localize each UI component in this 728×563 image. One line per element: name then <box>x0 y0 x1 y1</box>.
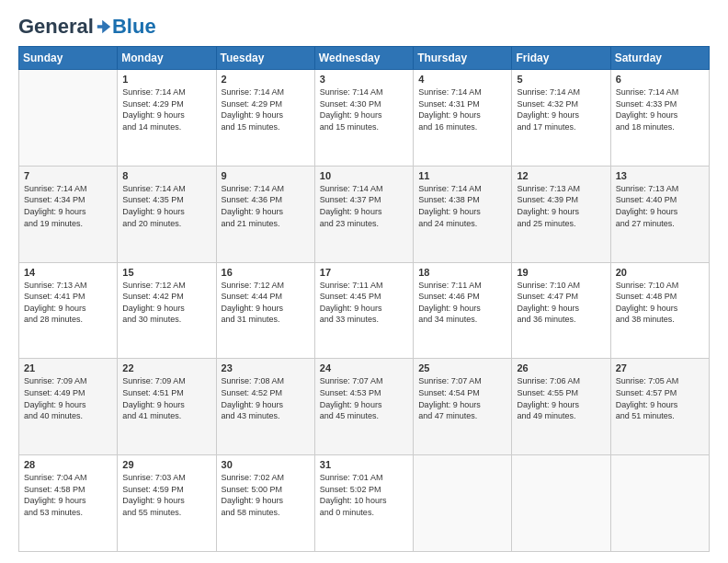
day-info: Sunrise: 7:11 AMSunset: 4:45 PMDaylight:… <box>320 280 408 326</box>
calendar-day-cell <box>512 455 610 552</box>
calendar-table: SundayMondayTuesdayWednesdayThursdayFrid… <box>18 46 710 552</box>
calendar-day-cell: 16Sunrise: 7:12 AMSunset: 4:44 PMDayligh… <box>216 262 314 359</box>
day-info: Sunrise: 7:02 AMSunset: 5:00 PMDaylight:… <box>222 472 310 518</box>
day-info: Sunrise: 7:14 AMSunset: 4:37 PMDaylight:… <box>320 183 408 229</box>
day-info: Sunrise: 7:10 AMSunset: 4:47 PMDaylight:… <box>517 280 605 326</box>
day-info: Sunrise: 7:13 AMSunset: 4:39 PMDaylight:… <box>517 183 605 229</box>
calendar-day-cell: 17Sunrise: 7:11 AMSunset: 4:45 PMDayligh… <box>314 262 413 359</box>
calendar-day-cell: 26Sunrise: 7:06 AMSunset: 4:55 PMDayligh… <box>512 359 610 455</box>
day-info: Sunrise: 7:06 AMSunset: 4:55 PMDaylight:… <box>517 375 605 421</box>
calendar-week-row: 28Sunrise: 7:04 AMSunset: 4:58 PMDayligh… <box>19 455 710 552</box>
calendar-day-cell: 25Sunrise: 7:07 AMSunset: 4:54 PMDayligh… <box>414 359 512 455</box>
day-info: Sunrise: 7:05 AMSunset: 4:57 PMDaylight:… <box>616 375 704 421</box>
logo-general-text: General <box>18 15 94 39</box>
day-number: 21 <box>24 362 112 373</box>
calendar-day-cell: 5Sunrise: 7:14 AMSunset: 4:32 PMDaylight… <box>512 70 610 167</box>
day-info: Sunrise: 7:14 AMSunset: 4:38 PMDaylight:… <box>418 183 506 229</box>
day-info: Sunrise: 7:12 AMSunset: 4:42 PMDaylight:… <box>122 280 210 326</box>
calendar-day-cell: 29Sunrise: 7:03 AMSunset: 4:59 PMDayligh… <box>118 455 216 552</box>
calendar-day-cell: 18Sunrise: 7:11 AMSunset: 4:46 PMDayligh… <box>414 262 512 359</box>
weekday-header-monday: Monday <box>118 47 216 70</box>
calendar-day-cell <box>414 455 512 552</box>
day-number: 12 <box>517 170 605 181</box>
calendar-day-cell: 6Sunrise: 7:14 AMSunset: 4:33 PMDaylight… <box>610 70 709 167</box>
day-number: 9 <box>222 170 310 181</box>
weekday-header-thursday: Thursday <box>414 47 512 70</box>
day-number: 10 <box>320 170 408 181</box>
weekday-header-tuesday: Tuesday <box>216 47 314 70</box>
day-number: 1 <box>122 74 210 85</box>
day-number: 25 <box>418 362 506 373</box>
day-info: Sunrise: 7:11 AMSunset: 4:46 PMDaylight:… <box>418 280 506 326</box>
calendar-day-cell: 19Sunrise: 7:10 AMSunset: 4:47 PMDayligh… <box>512 262 610 359</box>
day-info: Sunrise: 7:03 AMSunset: 4:59 PMDaylight:… <box>122 472 210 518</box>
day-info: Sunrise: 7:14 AMSunset: 4:30 PMDaylight:… <box>320 86 408 132</box>
calendar-day-cell <box>610 455 709 552</box>
day-info: Sunrise: 7:08 AMSunset: 4:52 PMDaylight:… <box>222 375 310 421</box>
calendar-week-row: 1Sunrise: 7:14 AMSunset: 4:29 PMDaylight… <box>19 70 710 167</box>
calendar-day-cell: 23Sunrise: 7:08 AMSunset: 4:52 PMDayligh… <box>216 359 314 455</box>
day-number: 15 <box>122 267 210 278</box>
day-number: 26 <box>517 362 605 373</box>
calendar-day-cell: 8Sunrise: 7:14 AMSunset: 4:35 PMDaylight… <box>118 166 216 262</box>
day-number: 20 <box>616 267 704 278</box>
weekday-header-friday: Friday <box>512 47 610 70</box>
day-number: 13 <box>616 170 704 181</box>
day-number: 5 <box>517 74 605 85</box>
day-number: 23 <box>222 362 310 373</box>
day-info: Sunrise: 7:07 AMSunset: 4:54 PMDaylight:… <box>418 375 506 421</box>
day-info: Sunrise: 7:09 AMSunset: 4:49 PMDaylight:… <box>24 375 112 421</box>
header: GeneralBlue <box>18 15 710 39</box>
svg-marker-0 <box>97 20 110 33</box>
day-info: Sunrise: 7:14 AMSunset: 4:35 PMDaylight:… <box>122 183 210 229</box>
logo-blue-text: Blue <box>112 15 156 39</box>
logo: GeneralBlue <box>18 15 156 39</box>
day-info: Sunrise: 7:10 AMSunset: 4:48 PMDaylight:… <box>616 280 704 326</box>
calendar-day-cell: 12Sunrise: 7:13 AMSunset: 4:39 PMDayligh… <box>512 166 610 262</box>
calendar-day-cell: 3Sunrise: 7:14 AMSunset: 4:30 PMDaylight… <box>314 70 413 167</box>
day-info: Sunrise: 7:14 AMSunset: 4:32 PMDaylight:… <box>517 86 605 132</box>
calendar-day-cell: 22Sunrise: 7:09 AMSunset: 4:51 PMDayligh… <box>118 359 216 455</box>
calendar-day-cell: 1Sunrise: 7:14 AMSunset: 4:29 PMDaylight… <box>118 70 216 167</box>
day-number: 19 <box>517 267 605 278</box>
day-number: 24 <box>320 362 408 373</box>
day-number: 14 <box>24 267 112 278</box>
day-number: 18 <box>418 267 506 278</box>
day-info: Sunrise: 7:14 AMSunset: 4:34 PMDaylight:… <box>24 183 112 229</box>
day-number: 2 <box>222 74 310 85</box>
calendar-day-cell: 4Sunrise: 7:14 AMSunset: 4:31 PMDaylight… <box>414 70 512 167</box>
calendar-day-cell: 7Sunrise: 7:14 AMSunset: 4:34 PMDaylight… <box>19 166 118 262</box>
calendar-day-cell: 9Sunrise: 7:14 AMSunset: 4:36 PMDaylight… <box>216 166 314 262</box>
day-number: 17 <box>320 267 408 278</box>
day-info: Sunrise: 7:09 AMSunset: 4:51 PMDaylight:… <box>122 375 210 421</box>
calendar-day-cell: 30Sunrise: 7:02 AMSunset: 5:00 PMDayligh… <box>216 455 314 552</box>
day-info: Sunrise: 7:14 AMSunset: 4:36 PMDaylight:… <box>222 183 310 229</box>
weekday-header-wednesday: Wednesday <box>314 47 413 70</box>
calendar-day-cell: 10Sunrise: 7:14 AMSunset: 4:37 PMDayligh… <box>314 166 413 262</box>
day-number: 28 <box>24 459 112 470</box>
calendar-day-cell: 31Sunrise: 7:01 AMSunset: 5:02 PMDayligh… <box>314 455 413 552</box>
calendar-day-cell: 24Sunrise: 7:07 AMSunset: 4:53 PMDayligh… <box>314 359 413 455</box>
page: GeneralBlue SundayMondayTuesdayWednesday… <box>0 0 728 563</box>
day-info: Sunrise: 7:13 AMSunset: 4:40 PMDaylight:… <box>616 183 704 229</box>
weekday-header-saturday: Saturday <box>610 47 709 70</box>
day-number: 11 <box>418 170 506 181</box>
calendar-day-cell: 20Sunrise: 7:10 AMSunset: 4:48 PMDayligh… <box>610 262 709 359</box>
day-number: 6 <box>616 74 704 85</box>
calendar-day-cell: 21Sunrise: 7:09 AMSunset: 4:49 PMDayligh… <box>19 359 118 455</box>
day-info: Sunrise: 7:14 AMSunset: 4:31 PMDaylight:… <box>418 86 506 132</box>
calendar-day-cell: 27Sunrise: 7:05 AMSunset: 4:57 PMDayligh… <box>610 359 709 455</box>
weekday-header-sunday: Sunday <box>19 47 118 70</box>
calendar-day-cell: 13Sunrise: 7:13 AMSunset: 4:40 PMDayligh… <box>610 166 709 262</box>
day-info: Sunrise: 7:12 AMSunset: 4:44 PMDaylight:… <box>222 280 310 326</box>
day-number: 30 <box>222 459 310 470</box>
day-number: 16 <box>222 267 310 278</box>
day-info: Sunrise: 7:07 AMSunset: 4:53 PMDaylight:… <box>320 375 408 421</box>
calendar-day-cell: 11Sunrise: 7:14 AMSunset: 4:38 PMDayligh… <box>414 166 512 262</box>
day-number: 31 <box>320 459 408 470</box>
calendar-day-cell: 15Sunrise: 7:12 AMSunset: 4:42 PMDayligh… <box>118 262 216 359</box>
day-number: 4 <box>418 74 506 85</box>
day-info: Sunrise: 7:14 AMSunset: 4:33 PMDaylight:… <box>616 86 704 132</box>
calendar-day-cell: 2Sunrise: 7:14 AMSunset: 4:29 PMDaylight… <box>216 70 314 167</box>
calendar-week-row: 21Sunrise: 7:09 AMSunset: 4:49 PMDayligh… <box>19 359 710 455</box>
